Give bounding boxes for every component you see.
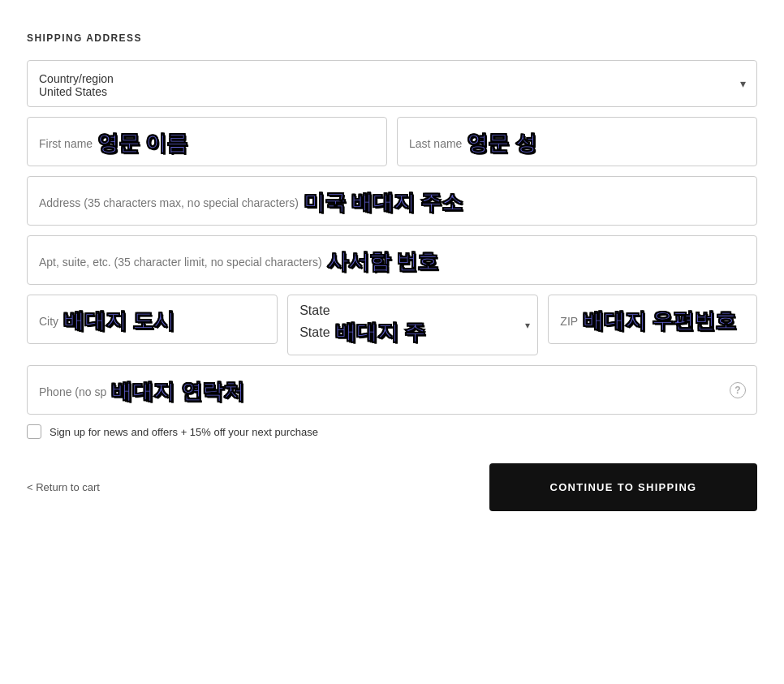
city-content: City 배대지 도시	[39, 307, 265, 335]
city-field[interactable]: City 배대지 도시	[27, 295, 278, 344]
last-name-col: Last name 영문 성	[397, 117, 757, 166]
phone-overlay: 배대지 연락처	[111, 377, 243, 406]
country-select[interactable]: Country/region United States	[27, 60, 757, 107]
return-to-cart-text: < Return to cart	[27, 481, 100, 493]
address-field-group: Address (35 characters max, no special c…	[27, 176, 757, 226]
address-content: Address (35 characters max, no special c…	[39, 188, 745, 217]
country-label: Country/region	[39, 72, 724, 85]
state-chevron-icon: ▾	[525, 320, 530, 331]
country-field-group: Country/region United States ▾	[27, 60, 757, 107]
city-state-zip-row: City 배대지 도시 State State 배대지 주 ▾	[27, 295, 757, 355]
zip-content: ZIP 배대지 우편번호	[560, 307, 745, 335]
newsletter-checkbox-row[interactable]: Sign up for news and offers + 15% off yo…	[27, 424, 757, 439]
newsletter-checkbox[interactable]	[27, 424, 41, 439]
return-to-cart-link[interactable]: < Return to cart	[27, 481, 100, 493]
shipping-address-page: SHIPPING ADDRESS Country/region United S…	[27, 32, 757, 511]
state-content: State 배대지 주	[299, 318, 508, 346]
phone-field[interactable]: Phone (no sp 배대지 연락처	[27, 365, 757, 415]
apt-field-group: Apt, suite, etc. (35 character limit, no…	[27, 235, 757, 285]
phone-placeholder: Phone (no sp	[39, 385, 106, 398]
first-name-content: First name 영문 이름	[39, 129, 375, 157]
state-label: State	[299, 303, 508, 318]
section-title: SHIPPING ADDRESS	[27, 32, 757, 44]
first-name-field[interactable]: First name 영문 이름	[27, 117, 387, 166]
phone-field-group: Phone (no sp 배대지 연락처 ?	[27, 365, 757, 415]
last-name-label: Last name	[409, 137, 462, 150]
state-field[interactable]: State State 배대지 주	[287, 295, 538, 355]
city-col: City 배대지 도시	[27, 295, 278, 355]
city-label: City	[39, 315, 58, 328]
apt-field[interactable]: Apt, suite, etc. (35 character limit, no…	[27, 235, 757, 285]
city-overlay: 배대지 도시	[63, 307, 174, 335]
country-value: United States	[39, 85, 724, 98]
state-select-wrapper[interactable]: State State 배대지 주 ▾	[287, 295, 538, 355]
first-name-overlay: 영문 이름	[97, 129, 187, 157]
newsletter-label: Sign up for news and offers + 15% off yo…	[50, 426, 318, 438]
name-fields-row: First name 영문 이름 Last name 영문 성	[27, 117, 757, 166]
last-name-overlay: 영문 성	[467, 129, 536, 157]
apt-overlay: 사서함 번호	[327, 247, 438, 276]
continue-to-shipping-button[interactable]: CONTINUE TO SHIPPING	[489, 463, 757, 511]
phone-help-icon[interactable]: ?	[730, 382, 746, 398]
first-name-col: First name 영문 이름	[27, 117, 387, 166]
state-placeholder: State	[299, 325, 330, 340]
footer-actions: < Return to cart CONTINUE TO SHIPPING	[27, 463, 757, 511]
apt-content: Apt, suite, etc. (35 character limit, no…	[39, 247, 745, 276]
address-field[interactable]: Address (35 characters max, no special c…	[27, 176, 757, 226]
zip-label: ZIP	[560, 315, 578, 328]
state-col: State State 배대지 주 ▾	[287, 295, 538, 355]
zip-overlay: 배대지 우편번호	[583, 307, 736, 335]
last-name-field[interactable]: Last name 영문 성	[397, 117, 757, 166]
last-name-content: Last name 영문 성	[409, 129, 745, 157]
address-overlay: 미국 배대지 주소	[304, 188, 463, 217]
zip-col: ZIP 배대지 우편번호	[548, 295, 757, 355]
state-overlay: 배대지 주	[335, 318, 425, 346]
address-placeholder: Address (35 characters max, no special c…	[39, 196, 299, 209]
country-select-wrapper[interactable]: Country/region United States ▾	[27, 60, 757, 107]
phone-content: Phone (no sp 배대지 연락처	[39, 377, 721, 406]
apt-placeholder: Apt, suite, etc. (35 character limit, no…	[39, 256, 322, 269]
zip-field[interactable]: ZIP 배대지 우편번호	[548, 295, 757, 344]
first-name-label: First name	[39, 137, 93, 150]
